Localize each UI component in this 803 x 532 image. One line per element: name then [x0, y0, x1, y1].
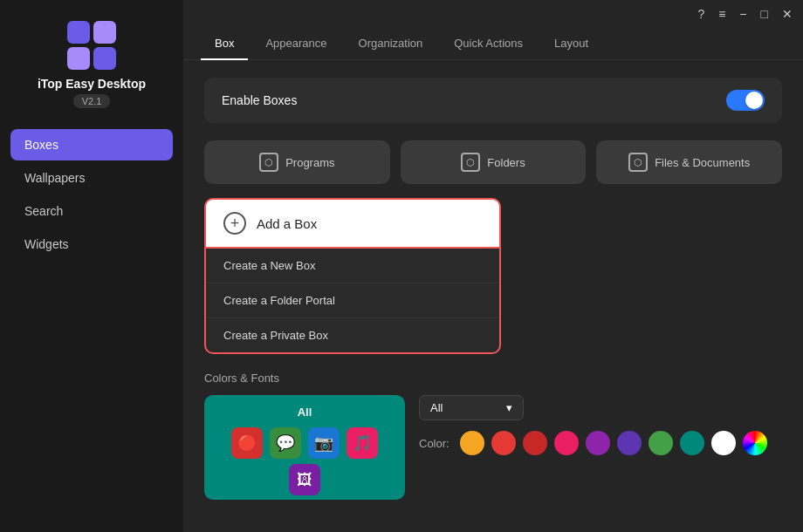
help-icon[interactable]: ?: [697, 7, 704, 21]
chevron-down-icon: ▾: [506, 401, 512, 414]
preview-icons-row1: 🔴 💬 📷 🎵: [231, 427, 378, 459]
app-title: iTop Easy Desktop: [38, 77, 146, 91]
box-type-files[interactable]: ⬡ Files & Documents: [596, 140, 782, 184]
preview-icon-red: 🔴: [231, 427, 263, 459]
folders-icon: ⬡: [461, 153, 480, 172]
logo-tile-tr: [93, 21, 116, 44]
colors-fonts-label: Colors & Fonts: [204, 372, 782, 385]
sidebar-item-widgets[interactable]: Widgets: [10, 228, 173, 260]
sidebar-item-boxes[interactable]: Boxes: [10, 129, 173, 160]
preview-box-label: All: [298, 406, 312, 419]
files-icon: ⬡: [628, 153, 648, 172]
close-icon[interactable]: ✕: [782, 7, 793, 21]
preview-icons-row2: 🖼: [289, 464, 320, 495]
bottom-row: All 🔴 💬 📷 🎵 🖼 All ▾: [204, 395, 782, 500]
sidebar-nav: Boxes Wallpapers Search Widgets: [0, 129, 183, 260]
sidebar-item-search[interactable]: Search: [10, 195, 173, 227]
all-dropdown[interactable]: All ▾: [419, 395, 524, 420]
add-box-button[interactable]: + Add a Box: [204, 198, 501, 249]
color-label: Color:: [419, 437, 450, 450]
preview-icon-green: 💬: [270, 427, 301, 459]
box-type-folders[interactable]: ⬡ Folders: [401, 140, 587, 184]
color-swatch-row: Color:: [419, 431, 782, 455]
preview-icon-purple: 🖼: [289, 464, 320, 495]
color-pink[interactable]: [554, 431, 579, 455]
enable-boxes-row: Enable Boxes: [204, 78, 782, 123]
preview-icon-blue: 📷: [308, 427, 340, 459]
color-white[interactable]: [711, 431, 736, 455]
tab-organization[interactable]: Organization: [345, 28, 437, 60]
minimize-icon[interactable]: −: [739, 7, 746, 21]
enable-boxes-toggle[interactable]: [726, 90, 765, 111]
color-panel: All ▾ Color:: [419, 395, 782, 455]
plus-icon: +: [223, 212, 246, 235]
titlebar: ? ≡ − □ ✕: [183, 0, 803, 28]
tabs-bar: Box Appearance Organization Quick Action…: [183, 28, 803, 60]
all-dropdown-row: All ▾: [419, 395, 782, 420]
add-box-dropdown: Create a New Box Create a Folder Portal …: [204, 249, 501, 354]
main-panel: ? ≡ − □ ✕ Box Appearance Organization Qu…: [183, 0, 803, 532]
app-logo: [67, 21, 116, 70]
color-purple2[interactable]: [617, 431, 642, 455]
maximize-icon[interactable]: □: [761, 7, 768, 21]
tab-layout[interactable]: Layout: [540, 28, 602, 60]
menu-icon[interactable]: ≡: [718, 7, 725, 21]
logo-tile-br: [93, 47, 116, 70]
logo-tile-bl: [67, 47, 90, 70]
color-purple1[interactable]: [586, 431, 610, 455]
box-type-programs[interactable]: ⬡ Programs: [204, 140, 390, 184]
logo-tile-tl: [67, 21, 90, 44]
preview-icon-pink: 🎵: [347, 427, 378, 459]
enable-boxes-label: Enable Boxes: [222, 93, 297, 107]
content-area: Enable Boxes ⬡ Programs ⬡ Folders ⬡ File…: [183, 60, 803, 532]
tab-appearance[interactable]: Appearance: [251, 28, 340, 60]
sidebar-item-wallpapers[interactable]: Wallpapers: [10, 162, 173, 194]
create-private-box-item[interactable]: Create a Private Box: [206, 318, 499, 352]
create-new-box-item[interactable]: Create a New Box: [206, 249, 499, 283]
color-red2[interactable]: [523, 431, 547, 455]
tab-box[interactable]: Box: [201, 28, 248, 60]
color-rainbow[interactable]: [743, 431, 767, 455]
color-teal[interactable]: [680, 431, 704, 455]
box-type-buttons: ⬡ Programs ⬡ Folders ⬡ Files & Documents: [204, 140, 782, 184]
app-version: V2.1: [73, 94, 111, 108]
color-red1[interactable]: [491, 431, 516, 455]
sidebar: iTop Easy Desktop V2.1 Boxes Wallpapers …: [0, 0, 183, 532]
color-orange[interactable]: [460, 431, 484, 455]
create-folder-portal-item[interactable]: Create a Folder Portal: [206, 283, 499, 318]
programs-icon: ⬡: [259, 153, 278, 172]
add-box-container: + Add a Box Create a New Box Create a Fo…: [204, 198, 501, 354]
color-green1[interactable]: [649, 431, 673, 455]
color-preview-box: All 🔴 💬 📷 🎵 🖼: [204, 395, 405, 500]
tab-quick-actions[interactable]: Quick Actions: [440, 28, 537, 60]
